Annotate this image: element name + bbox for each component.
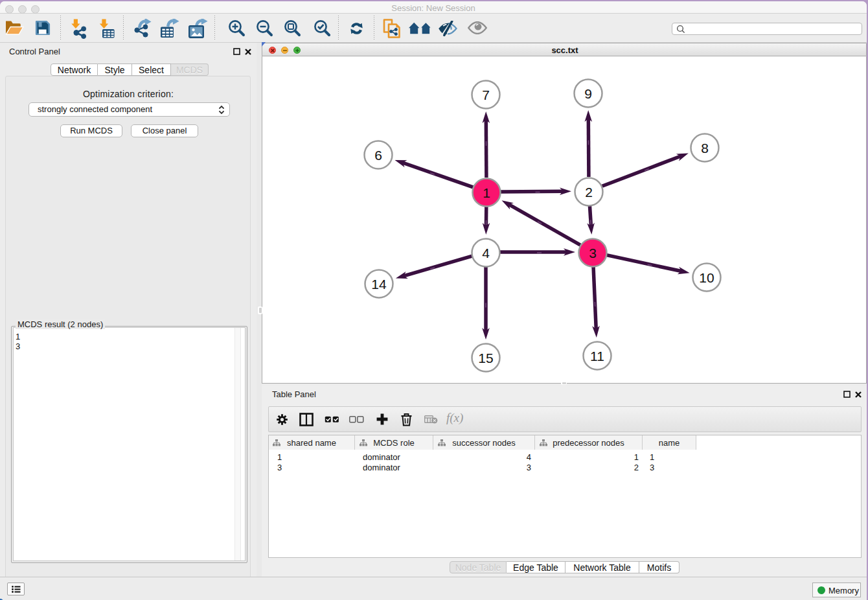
svg-text:10: 10 (699, 270, 714, 285)
svg-text:2: 2 (585, 185, 593, 200)
svg-text:3: 3 (589, 246, 597, 260)
svg-text:9: 9 (584, 86, 592, 101)
svg-text:4: 4 (482, 246, 490, 260)
svg-text:6: 6 (374, 148, 382, 163)
svg-text:11: 11 (590, 349, 604, 363)
svg-text:14: 14 (371, 277, 387, 292)
svg-text:1: 1 (483, 185, 490, 200)
svg-text:8: 8 (701, 141, 709, 156)
svg-text:7: 7 (482, 87, 490, 102)
svg-text:15: 15 (478, 351, 493, 365)
